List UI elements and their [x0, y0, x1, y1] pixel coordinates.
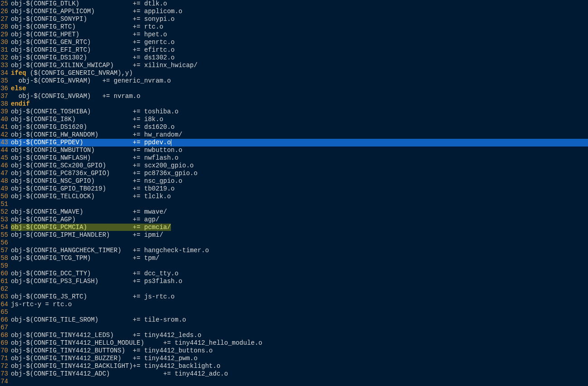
code-line[interactable]: 33obj-$(CONFIG_XILINX_HWICAP) += xilinx_…	[0, 62, 588, 69]
line-content[interactable]: obj-$(CONFIG_TINY4412_HELLO_MODULE) += t…	[9, 339, 262, 347]
code-line[interactable]: 64js-rtc-y = rtc.o	[0, 301, 588, 308]
code-line[interactable]: 27obj-$(CONFIG_SONYPI) += sonypi.o	[0, 15, 588, 23]
code-line[interactable]: 65	[0, 308, 588, 316]
code-line[interactable]: 45obj-$(CONFIG_NWFLASH) += nwflash.o	[0, 154, 588, 162]
line-content[interactable]: obj-$(CONFIG_DS1620) += ds1620.o	[9, 123, 175, 131]
code-line[interactable]: 57obj-$(CONFIG_HANGCHECK_TIMER) += hangc…	[0, 247, 588, 254]
line-content[interactable]	[9, 200, 11, 208]
code-line[interactable]: 56	[0, 239, 588, 247]
code-line[interactable]: 49obj-$(CONFIG_GPIO_TB0219) += tb0219.o	[0, 185, 588, 193]
code-line[interactable]: 59	[0, 262, 588, 270]
line-content[interactable]: obj-$(CONFIG_HANGCHECK_TIMER) += hangche…	[9, 247, 209, 254]
line-content[interactable]: obj-$(CONFIG_AGP) += agp/	[9, 216, 160, 224]
code-line[interactable]: 73obj-$(CONFIG_TINY4412_ADC) += tiny4412…	[0, 370, 588, 378]
line-content[interactable]: obj-$(CONFIG_HPET) += hpet.o	[9, 31, 167, 39]
line-content[interactable]: obj-$(CONFIG_RTC) += rtc.o	[9, 23, 163, 31]
line-content[interactable]	[9, 324, 11, 332]
code-line[interactable]: 68obj-$(CONFIG_TINY4412_LEDS) += tiny441…	[0, 332, 588, 339]
code-line[interactable]: 29obj-$(CONFIG_HPET) += hpet.o	[0, 31, 588, 39]
code-line[interactable]: 54obj-$(CONFIG_PCMCIA) += pcmcia/	[0, 224, 588, 231]
code-line[interactable]: 48obj-$(CONFIG_NSC_GPIO) += nsc_gpio.o	[0, 177, 588, 185]
line-content[interactable]: obj-$(CONFIG_PPDEV) += ppdev.o	[9, 139, 171, 147]
code-line[interactable]: 38endif	[0, 100, 588, 108]
code-line[interactable]: 46obj-$(CONFIG_SCx200_GPIO) += scx200_gp…	[0, 162, 588, 170]
line-content[interactable]: obj-$(CONFIG_TILE_SROM) += tile-srom.o	[9, 316, 186, 324]
line-content[interactable]	[9, 262, 11, 270]
line-content[interactable]: obj-$(CONFIG_JS_RTC) += js-rtc.o	[9, 293, 175, 301]
line-content[interactable]: obj-$(CONFIG_TINY4412_BUTTONS) += tiny44…	[9, 347, 213, 355]
code-line[interactable]: 60obj-$(CONFIG_DCC_TTY) += dcc_tty.o	[0, 270, 588, 278]
code-line[interactable]: 32obj-$(CONFIG_DS1302) += ds1302.o	[0, 54, 588, 62]
line-content[interactable]: obj-$(CONFIG_NVRAM) += generic_nvram.o	[9, 77, 171, 85]
line-content[interactable]	[9, 285, 11, 293]
line-content[interactable]: obj-$(CONFIG_PCMCIA) += pcmcia/	[9, 224, 171, 231]
line-content[interactable]: obj-$(CONFIG_TINY4412_ADC) += tiny4412_a…	[9, 370, 228, 378]
code-line[interactable]: 35 obj-$(CONFIG_NVRAM) += generic_nvram.…	[0, 77, 588, 85]
line-content[interactable]: obj-$(CONFIG_EFI_RTC) += efirtc.o	[9, 46, 175, 54]
line-content[interactable]	[9, 239, 11, 247]
line-content[interactable]: endif	[9, 100, 30, 108]
line-content[interactable]: obj-$(CONFIG_I8K) += i8k.o	[9, 116, 163, 123]
code-line[interactable]: 37 obj-$(CONFIG_NVRAM) += nvram.o	[0, 93, 588, 100]
code-line[interactable]: 28obj-$(CONFIG_RTC) += rtc.o	[0, 23, 588, 31]
line-content[interactable]: obj-$(CONFIG_PS3_FLASH) += ps3flash.o	[9, 278, 182, 285]
code-line[interactable]: 74	[0, 378, 588, 386]
code-line[interactable]: 40obj-$(CONFIG_I8K) += i8k.o	[0, 116, 588, 123]
code-line[interactable]: 30obj-$(CONFIG_GEN_RTC) += genrtc.o	[0, 39, 588, 46]
code-editor[interactable]: 25obj-$(CONFIG_DTLK) += dtlk.o26obj-$(CO…	[0, 0, 588, 386]
code-line[interactable]: 58obj-$(CONFIG_TCG_TPM) += tpm/	[0, 254, 588, 262]
code-line[interactable]: 55obj-$(CONFIG_IPMI_HANDLER) += ipmi/	[0, 231, 588, 239]
code-line[interactable]: 71obj-$(CONFIG_TINY4412_BUZZER) += tiny4…	[0, 355, 588, 362]
line-content[interactable]: obj-$(CONFIG_XILINX_HWICAP) += xilinx_hw…	[9, 62, 198, 69]
line-content[interactable]: obj-$(CONFIG_NWBUTTON) += nwbutton.o	[9, 147, 182, 154]
code-line[interactable]: 53obj-$(CONFIG_AGP) += agp/	[0, 216, 588, 224]
line-content[interactable]: js-rtc-y = rtc.o	[9, 301, 72, 308]
line-content[interactable]: obj-$(CONFIG_TELCLOCK) += tlclk.o	[9, 193, 171, 200]
code-line[interactable]: 70obj-$(CONFIG_TINY4412_BUTTONS) += tiny…	[0, 347, 588, 355]
code-line[interactable]: 69obj-$(CONFIG_TINY4412_HELLO_MODULE) +=…	[0, 339, 588, 347]
code-line[interactable]: 51	[0, 200, 588, 208]
line-content[interactable]: obj-$(CONFIG_MWAVE) += mwave/	[9, 208, 167, 216]
code-line[interactable]: 63obj-$(CONFIG_JS_RTC) += js-rtc.o	[0, 293, 588, 301]
line-content[interactable]	[9, 378, 11, 386]
line-content[interactable]: obj-$(CONFIG_NSC_GPIO) += nsc_gpio.o	[9, 177, 182, 185]
line-content[interactable]: obj-$(CONFIG_IPMI_HANDLER) += ipmi/	[9, 231, 163, 239]
line-content[interactable]: obj-$(CONFIG_TCG_TPM) += tpm/	[9, 254, 160, 262]
code-line[interactable]: 62	[0, 285, 588, 293]
code-line[interactable]: 41obj-$(CONFIG_DS1620) += ds1620.o	[0, 123, 588, 131]
line-content[interactable]: obj-$(CONFIG_SONYPI) += sonypi.o	[9, 15, 175, 23]
code-line[interactable]: 44obj-$(CONFIG_NWBUTTON) += nwbutton.o	[0, 147, 588, 154]
line-content[interactable]: obj-$(CONFIG_DTLK) += dtlk.o	[9, 0, 167, 8]
code-line[interactable]: 52obj-$(CONFIG_MWAVE) += mwave/	[0, 208, 588, 216]
line-content[interactable]: obj-$(CONFIG_APPLICOM) += applicom.o	[9, 8, 182, 15]
code-line[interactable]: 26obj-$(CONFIG_APPLICOM) += applicom.o	[0, 8, 588, 15]
code-line[interactable]: 34ifeq ($(CONFIG_GENERIC_NVRAM),y)	[0, 69, 588, 77]
code-line[interactable]: 72obj-$(CONFIG_TINY4412_BACKLIGHT)+= tin…	[0, 362, 588, 370]
line-content[interactable]: obj-$(CONFIG_GEN_RTC) += genrtc.o	[9, 39, 175, 46]
line-content[interactable]: obj-$(CONFIG_NWFLASH) += nwflash.o	[9, 154, 179, 162]
code-line[interactable]: 36else	[0, 85, 588, 93]
code-line[interactable]: 39obj-$(CONFIG_TOSHIBA) += toshiba.o	[0, 108, 588, 116]
line-content[interactable]: obj-$(CONFIG_SCx200_GPIO) += scx200_gpio…	[9, 162, 194, 170]
code-line[interactable]: 43obj-$(CONFIG_PPDEV) += ppdev.o	[0, 139, 588, 147]
code-line[interactable]: 67	[0, 324, 588, 332]
line-content[interactable]: obj-$(CONFIG_HW_RANDOM) += hw_random/	[9, 131, 182, 139]
line-content[interactable]: obj-$(CONFIG_TINY4412_LEDS) += tiny4412_…	[9, 332, 201, 339]
line-content[interactable]: obj-$(CONFIG_TINY4412_BACKLIGHT)+= tiny4…	[9, 362, 220, 370]
line-content[interactable]: obj-$(CONFIG_NVRAM) += nvram.o	[9, 93, 141, 100]
line-content[interactable]: else	[9, 85, 26, 93]
code-line[interactable]: 61obj-$(CONFIG_PS3_FLASH) += ps3flash.o	[0, 278, 588, 285]
code-line[interactable]: 50obj-$(CONFIG_TELCLOCK) += tlclk.o	[0, 193, 588, 200]
code-line[interactable]: 66obj-$(CONFIG_TILE_SROM) += tile-srom.o	[0, 316, 588, 324]
line-content[interactable]: obj-$(CONFIG_PC8736x_GPIO) += pc8736x_gp…	[9, 170, 198, 177]
line-content[interactable]: obj-$(CONFIG_DCC_TTY) += dcc_tty.o	[9, 270, 179, 278]
code-line[interactable]: 47obj-$(CONFIG_PC8736x_GPIO) += pc8736x_…	[0, 170, 588, 177]
line-content[interactable]: obj-$(CONFIG_TINY4412_BUZZER) += tiny441…	[9, 355, 198, 362]
code-line[interactable]: 25obj-$(CONFIG_DTLK) += dtlk.o	[0, 0, 588, 8]
line-content[interactable]: obj-$(CONFIG_DS1302) += ds1302.o	[9, 54, 175, 62]
line-content[interactable]: obj-$(CONFIG_GPIO_TB0219) += tb0219.o	[9, 185, 175, 193]
line-content[interactable]: ifeq ($(CONFIG_GENERIC_NVRAM),y)	[9, 69, 133, 77]
line-content[interactable]: obj-$(CONFIG_TOSHIBA) += toshiba.o	[9, 108, 179, 116]
code-line[interactable]: 31obj-$(CONFIG_EFI_RTC) += efirtc.o	[0, 46, 588, 54]
code-line[interactable]: 42obj-$(CONFIG_HW_RANDOM) += hw_random/	[0, 131, 588, 139]
